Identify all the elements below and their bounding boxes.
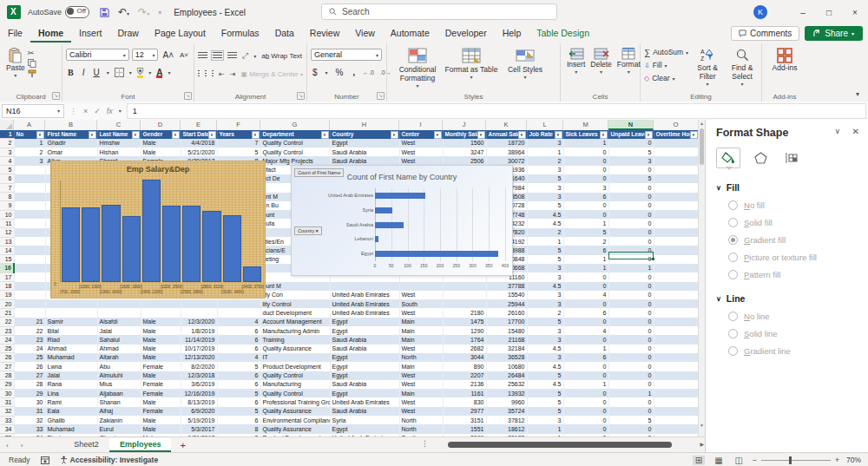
- cell[interactable]: [654, 183, 699, 192]
- cell[interactable]: 0: [608, 326, 654, 335]
- cell[interactable]: Ahmad: [45, 345, 97, 353]
- cell[interactable]: 8/2/2020: [181, 362, 217, 371]
- cell[interactable]: 0: [608, 345, 654, 353]
- filter-dropdown-icon[interactable]: ▾: [555, 131, 562, 139]
- cell[interactable]: Almuluhi: [97, 371, 141, 380]
- row-number[interactable]: 24: [0, 335, 14, 344]
- cell[interactable]: Main: [399, 362, 443, 371]
- cell[interactable]: 5: [527, 407, 563, 416]
- cell[interactable]: [654, 156, 699, 165]
- cell[interactable]: 4.5: [527, 362, 563, 371]
- cell[interactable]: 6: [217, 326, 260, 335]
- cell[interactable]: Quality Assurance: [260, 424, 330, 433]
- cell[interactable]: [217, 299, 260, 308]
- cell[interactable]: 2207: [443, 371, 486, 380]
- cell[interactable]: Bilal: [45, 326, 97, 335]
- cell[interactable]: [654, 272, 699, 281]
- row-number[interactable]: 4: [0, 156, 14, 165]
- filter-dropdown-icon[interactable]: ▾: [518, 131, 526, 139]
- cell[interactable]: 5: [608, 174, 654, 183]
- format-as-table-button[interactable]: Format as Table▾: [444, 46, 498, 89]
- column-header-D[interactable]: D: [141, 120, 181, 130]
- row-number[interactable]: 26: [0, 353, 14, 362]
- cell[interactable]: Ghalib: [45, 416, 97, 424]
- orientation-icon[interactable]: ⤢: [242, 51, 248, 61]
- enter-icon[interactable]: ✓: [94, 107, 101, 115]
- share-button[interactable]: Share ▾: [805, 26, 863, 41]
- fill-line-tab[interactable]: [716, 148, 740, 168]
- cell[interactable]: 5: [527, 371, 563, 380]
- align-bottom-icon[interactable]: [227, 52, 237, 59]
- cell[interactable]: [654, 291, 699, 299]
- cell[interactable]: Egypt: [330, 371, 399, 380]
- cell[interactable]: Male: [141, 318, 181, 326]
- cell[interactable]: Female: [141, 407, 181, 416]
- cell[interactable]: [14, 291, 45, 299]
- cell[interactable]: 0: [563, 424, 608, 433]
- font-name-combo[interactable]: Calibri▾: [66, 49, 129, 61]
- filter-dropdown-icon[interactable]: ▾: [208, 131, 216, 139]
- cell[interactable]: [654, 166, 699, 174]
- scroll-down-icon[interactable]: ▼: [699, 423, 705, 428]
- table-header-cell[interactable]: Department▾: [260, 130, 330, 139]
- cell[interactable]: Quality Control: [260, 148, 330, 156]
- account-avatar[interactable]: K: [753, 5, 767, 19]
- cell[interactable]: 2: [527, 228, 563, 237]
- paste-button[interactable]: Paste▾: [3, 46, 28, 80]
- cell[interactable]: [217, 308, 260, 317]
- table-header-cell[interactable]: Gender▾: [141, 130, 181, 139]
- table-header-cell[interactable]: Overtime Hou▾: [654, 130, 699, 139]
- cell[interactable]: 0: [608, 139, 654, 148]
- cell[interactable]: 36528: [486, 353, 527, 362]
- fill-button[interactable]: ⇩Fill▾: [644, 59, 688, 71]
- cell[interactable]: 32184: [486, 345, 527, 353]
- align-left-icon[interactable]: [198, 70, 200, 77]
- cell[interactable]: Quality Control: [260, 139, 330, 148]
- zoom-thumb[interactable]: [789, 456, 792, 464]
- cell[interactable]: 0: [563, 148, 608, 156]
- cell[interactable]: 890: [443, 362, 486, 371]
- cell[interactable]: North: [399, 416, 443, 424]
- cell[interactable]: 6/9/2020: [181, 407, 217, 416]
- italic-button[interactable]: I: [81, 66, 87, 79]
- cut-icon[interactable]: ✂: [28, 49, 36, 57]
- cell[interactable]: [654, 255, 699, 264]
- cell[interactable]: 3151: [443, 416, 486, 424]
- zoom-out-icon[interactable]: −: [753, 456, 757, 464]
- cell[interactable]: IT: [260, 353, 330, 362]
- hscroll-thumb[interactable]: [448, 442, 672, 448]
- row-number[interactable]: 3: [0, 148, 14, 156]
- increase-font-icon[interactable]: A˄: [161, 49, 175, 62]
- row-number[interactable]: 18: [0, 282, 14, 291]
- column-header-O[interactable]: O: [654, 120, 699, 130]
- cell[interactable]: Aljabaan: [97, 389, 141, 397]
- wrap-text-button[interactable]: ab̲ Wrap Text: [261, 52, 302, 60]
- pivot-bar[interactable]: [375, 236, 378, 242]
- row-number[interactable]: 5: [0, 166, 14, 174]
- align-center-icon[interactable]: [205, 70, 207, 77]
- cell[interactable]: [14, 308, 45, 317]
- comments-button[interactable]: Comments: [731, 26, 799, 41]
- cell[interactable]: [141, 308, 181, 317]
- cell[interactable]: 0: [608, 371, 654, 380]
- cell[interactable]: 4.5: [527, 282, 563, 291]
- accessibility-status[interactable]: Accessibility: Investigate: [70, 456, 159, 464]
- addins-button[interactable]: Add-ins: [766, 46, 804, 74]
- cell[interactable]: 2: [527, 308, 563, 317]
- cell[interactable]: 5: [608, 416, 654, 424]
- row-number[interactable]: 2: [0, 139, 14, 148]
- scroll-right-icon[interactable]: ▶: [700, 441, 704, 447]
- cell[interactable]: [654, 246, 699, 254]
- cell[interactable]: 3/6/2019: [181, 380, 217, 389]
- cell[interactable]: 0: [563, 397, 608, 406]
- cell[interactable]: Main: [399, 335, 443, 344]
- filter-dropdown-icon[interactable]: ▾: [132, 131, 140, 139]
- normal-view-icon[interactable]: ⊞: [693, 456, 705, 465]
- cell[interactable]: 0: [608, 397, 654, 406]
- row-number[interactable]: 12: [0, 228, 14, 237]
- cell[interactable]: 2180: [443, 308, 486, 317]
- cell[interactable]: 12/3/2018: [181, 371, 217, 380]
- cell[interactable]: [654, 335, 699, 344]
- cell[interactable]: 1: [527, 424, 563, 433]
- cell[interactable]: 31: [14, 407, 45, 416]
